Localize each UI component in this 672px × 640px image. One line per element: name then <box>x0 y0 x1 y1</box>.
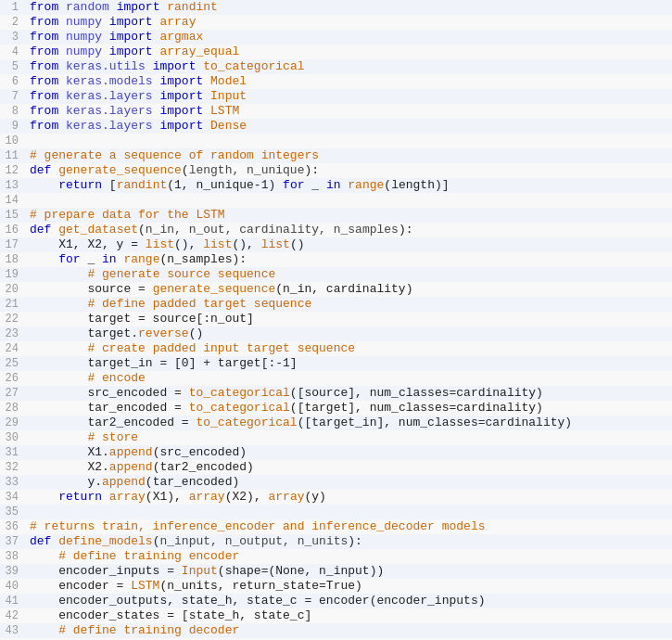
token-fn: array <box>189 490 225 504</box>
code-line: 31 X1.append(src_encoded) <box>0 445 672 460</box>
token-plain: encoder_states = [state_h, state_c] <box>30 608 311 622</box>
code-line: 35 <box>0 505 672 519</box>
token-kw: from <box>30 45 66 58</box>
token-comment: # generate source sequence <box>87 267 275 281</box>
token-fn: append <box>102 475 146 489</box>
token-plain: tar2_encoded = <box>30 416 196 429</box>
line-content: # prepare data for the LSTM <box>26 208 672 223</box>
token-comment: # encode <box>87 371 145 385</box>
token-comment: # generate a sequence of random integers <box>30 148 319 162</box>
code-line: 16def get_dataset(n_in, n_out, cardinali… <box>0 223 672 237</box>
token-plain <box>30 490 58 504</box>
token-mod: keras.models <box>66 74 153 88</box>
token-kw: def <box>30 223 58 237</box>
token-kw: from <box>30 30 66 44</box>
token-plain: X1, X2, y = <box>30 237 146 251</box>
token-kw: import <box>102 30 159 44</box>
token-param: n_input, n_output, n_units <box>159 534 348 548</box>
token-plain: target_in = [0] + target[:-1] <box>30 356 298 370</box>
token-plain: _ <box>311 178 326 192</box>
token-plain: (X2), <box>225 490 269 504</box>
line-content: def define_models(n_input, n_output, n_u… <box>26 534 672 549</box>
token-fn: randint <box>117 178 168 192</box>
token-plain: (X1), <box>146 490 189 504</box>
token-plain: encoder_outputs, state_h, state_c = enco… <box>30 594 485 608</box>
line-content: target.reverse() <box>26 326 672 341</box>
token-comment: # create padded input target sequence <box>87 341 355 355</box>
code-line: 10 <box>0 134 672 148</box>
token-plain <box>30 430 87 444</box>
line-content: def generate_sequence(length, n_unique): <box>26 163 672 178</box>
token-plain <box>30 252 58 266</box>
line-content: target = source[:n_out] <box>26 312 672 326</box>
code-line: 14 <box>0 193 672 208</box>
token-kw: def <box>30 534 58 548</box>
token-fn: to_categorical <box>189 401 290 415</box>
token-comment: # store <box>87 430 138 444</box>
token-kw: import <box>109 0 167 14</box>
code-line: 5from keras.utils import to_categorical <box>0 59 672 74</box>
token-fn: argmax <box>159 30 203 44</box>
token-fn: Input <box>210 89 247 103</box>
line-number: 14 <box>0 193 26 208</box>
token-mod: keras.utils <box>66 59 146 73</box>
token-fn: array_equal <box>159 45 239 58</box>
line-number: 9 <box>0 119 26 134</box>
token-fn: get_dataset <box>58 223 138 237</box>
code-line: 18 for _ in range(n_samples): <box>0 252 672 267</box>
line-number: 36 <box>0 519 26 534</box>
token-plain: X2. <box>30 460 109 474</box>
token-plain: (n_in, cardinality) <box>275 282 412 296</box>
line-content: encoder_inputs = Input(shape=(None, n_in… <box>26 564 672 579</box>
code-line: 37def define_models(n_input, n_output, n… <box>0 534 672 549</box>
token-fn: list <box>261 237 290 251</box>
code-line: 43 # define training decoder <box>0 623 672 638</box>
token-kw: def <box>30 163 58 177</box>
token-fn: randint <box>167 0 218 14</box>
line-content: from random import randint <box>26 0 672 15</box>
token-fn: to_categorical <box>189 386 290 400</box>
line-content: # create padded input target sequence <box>26 341 672 356</box>
token-mod: random <box>66 0 109 14</box>
code-editor: 1from random import randint2from numpy i… <box>0 0 672 638</box>
token-plain: source = <box>30 282 153 296</box>
token-plain <box>30 623 58 637</box>
token-fn: LSTM <box>210 104 239 118</box>
token-param: length, n_unique <box>189 163 305 177</box>
line-number: 35 <box>0 505 26 519</box>
line-number: 2 <box>0 15 26 30</box>
code-line: 25 target_in = [0] + target[:-1] <box>0 356 672 371</box>
line-content: y.append(tar_encoded) <box>26 475 672 490</box>
line-number: 43 <box>0 623 26 638</box>
token-plain: tar_encoded = <box>30 401 189 415</box>
token-fn: reverse <box>138 326 189 340</box>
token-kw: import <box>102 15 159 29</box>
line-content: from numpy import argmax <box>26 30 672 45</box>
token-plain: ([source], num_classes=cardinality) <box>290 386 543 400</box>
token-kw: from <box>30 89 66 103</box>
line-number: 32 <box>0 460 26 475</box>
line-content: # returns train, inference_encoder and i… <box>26 519 672 534</box>
token-plain <box>30 341 87 355</box>
code-line: 15# prepare data for the LSTM <box>0 208 672 223</box>
line-content: tar2_encoded = to_categorical([target_in… <box>26 416 672 430</box>
line-content: return [randint(1, n_unique-1) for _ in … <box>26 178 672 193</box>
line-number: 10 <box>0 134 26 148</box>
line-content: # define padded target sequence <box>26 297 672 312</box>
line-content: for _ in range(n_samples): <box>26 252 672 267</box>
code-line: 36# returns train, inference_encoder and… <box>0 519 672 534</box>
token-fn: array <box>159 15 196 29</box>
token-mod: numpy <box>66 15 102 29</box>
token-kw: in <box>102 252 123 266</box>
line-content: X1.append(src_encoded) <box>26 445 672 460</box>
token-comment: # define padded target sequence <box>87 297 311 311</box>
line-number: 18 <box>0 252 26 267</box>
line-number: 3 <box>0 30 26 45</box>
line-number: 40 <box>0 579 26 594</box>
token-plain: src_encoded = <box>30 386 189 400</box>
token-fn: list <box>203 237 232 251</box>
token-kw: import <box>102 45 159 58</box>
line-content: # generate source sequence <box>26 267 672 282</box>
token-comment: # prepare data for the LSTM <box>30 208 225 222</box>
line-number: 13 <box>0 178 26 193</box>
